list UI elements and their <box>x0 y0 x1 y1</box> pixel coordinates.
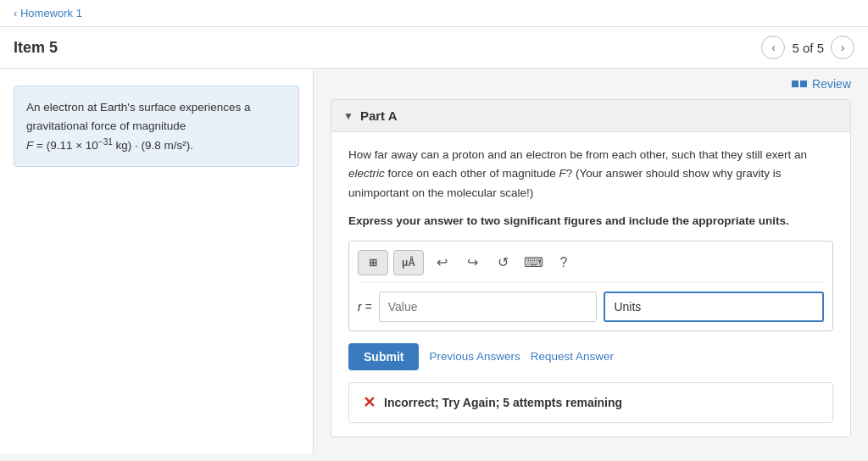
help-button[interactable]: ? <box>551 250 576 275</box>
incorrect-message-text: Incorrect; Try Again; 5 attempts remaini… <box>384 396 622 409</box>
express-instruction: Express your answer to two significant f… <box>348 214 833 227</box>
breadcrumb-link[interactable]: Homework 1 <box>14 7 82 19</box>
answer-box: ⊞ μÅ ↩ ↪ ↺ <box>348 241 833 331</box>
submit-button[interactable]: Submit <box>348 343 419 370</box>
top-nav: Homework 1 <box>0 0 868 27</box>
mu-icon: μÅ <box>402 257 415 269</box>
answer-label: r = <box>358 300 372 314</box>
review-label: Review <box>812 77 851 91</box>
pagination-controls: ‹ 5 of 5 › <box>761 36 854 59</box>
pagination-label: 5 of 5 <box>792 41 824 55</box>
question-text: How far away can a proton and an electro… <box>348 146 833 203</box>
undo-button[interactable]: ↩ <box>429 250 454 275</box>
redo-icon: ↪ <box>467 254 478 270</box>
answer-toolbar: ⊞ μÅ ↩ ↪ ↺ <box>358 250 824 283</box>
incorrect-message-box: ✕ Incorrect; Try Again; 5 attempts remai… <box>348 382 833 423</box>
prev-page-button[interactable]: ‹ <box>761 36 785 59</box>
part-a-header[interactable]: ▼ Part A <box>331 100 850 132</box>
right-panel: Review ▼ Part A How far away can a proto… <box>314 69 868 453</box>
question-text-italic: electric <box>348 167 385 180</box>
left-panel: An electron at Earth's surface experienc… <box>0 69 314 453</box>
request-answer-link[interactable]: Request Answer <box>531 350 614 363</box>
chevron-down-icon: ▼ <box>343 110 353 122</box>
part-a-body: How far away can a proton and an electro… <box>331 132 850 436</box>
action-row: Submit Previous Answers Request Answer <box>348 343 833 370</box>
value-input[interactable] <box>379 292 598 322</box>
part-a-section: ▼ Part A How far away can a proton and a… <box>331 99 851 437</box>
x-icon: ✕ <box>363 393 376 412</box>
matrix-button[interactable]: ⊞ <box>358 250 388 275</box>
refresh-button[interactable]: ↺ <box>490 250 515 275</box>
problem-box: An electron at Earth's surface experienc… <box>14 86 299 167</box>
header-bar: Item 5 ‹ 5 of 5 › <box>0 27 868 69</box>
refresh-icon: ↺ <box>498 254 509 270</box>
force-variable: F <box>559 167 565 180</box>
redo-button[interactable]: ↪ <box>459 250 485 275</box>
problem-text: An electron at Earth's surface experienc… <box>26 101 250 152</box>
next-page-button[interactable]: › <box>831 36 854 59</box>
problem-formula: F <box>26 139 33 152</box>
answer-row: r = <box>358 292 824 322</box>
units-input[interactable] <box>604 292 824 322</box>
undo-icon: ↩ <box>437 254 448 270</box>
previous-answers-link[interactable]: Previous Answers <box>429 350 520 363</box>
keyboard-button[interactable]: ⌨ <box>520 250 546 275</box>
main-content: An electron at Earth's surface experienc… <box>0 69 868 453</box>
review-icon <box>792 81 807 87</box>
question-mark-icon: ? <box>560 255 568 270</box>
matrix-icon: ⊞ <box>369 257 377 269</box>
part-a-title: Part A <box>360 108 398 123</box>
keyboard-icon: ⌨ <box>524 254 543 270</box>
mu-a-button[interactable]: μÅ <box>393 250 424 275</box>
item-title: Item 5 <box>14 39 58 57</box>
review-bar: Review <box>331 77 851 91</box>
review-button[interactable]: Review <box>792 77 851 91</box>
